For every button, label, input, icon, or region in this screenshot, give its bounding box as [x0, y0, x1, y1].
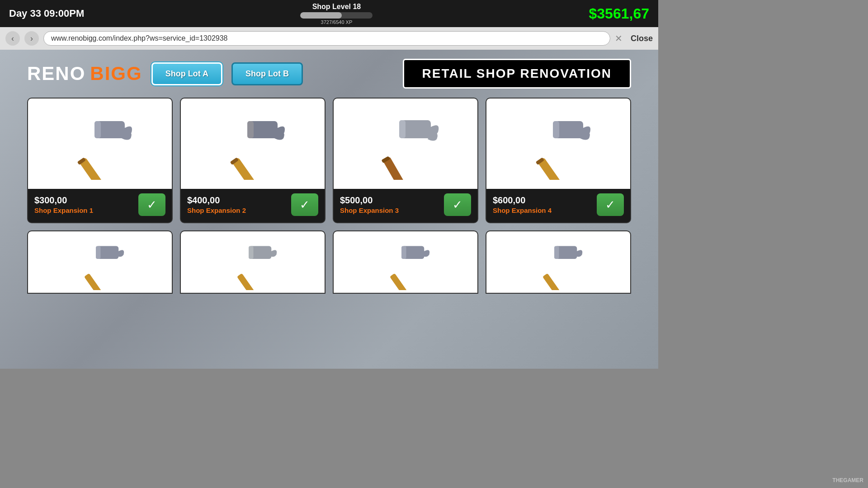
shop-lot-a-button[interactable]: Shop Lot A [151, 62, 222, 85]
product-details-3: $500,00 Shop Expansion 3 [340, 195, 399, 214]
top-bar: Day 33 09:00PM Shop Level 18 3727/6540 X… [0, 0, 658, 27]
product-image-7 [334, 231, 477, 294]
product-image-4 [486, 99, 630, 189]
svg-rect-6 [247, 121, 254, 138]
close-browser-button[interactable]: Close [631, 34, 653, 43]
main-content: RENO BIGG Shop Lot A Shop Lot B RETAIL S… [0, 50, 658, 369]
buy-button-4[interactable]: ✓ [597, 193, 624, 216]
logo-bigg: BIGG [90, 63, 142, 84]
hammer-icon-5 [73, 236, 127, 290]
svg-rect-24 [401, 246, 406, 259]
svg-rect-16 [84, 273, 102, 290]
money-display: $3561,67 [589, 5, 649, 22]
product-info-3: $500,00 Shop Expansion 3 ✓ [334, 189, 477, 222]
clear-url-button[interactable]: ✕ [615, 33, 623, 44]
shop-level-block: Shop Level 18 3727/6540 XP [300, 3, 373, 25]
shop-level-label: Shop Level 18 [312, 3, 361, 11]
product-card-1: $300,00 Shop Expansion 1 ✓ [27, 98, 173, 223]
svg-rect-10 [399, 120, 406, 138]
hammer-icon-8 [531, 236, 585, 290]
hammer-icon-7 [378, 236, 433, 290]
product-card-7 [333, 230, 478, 294]
product-image-1 [28, 99, 172, 189]
hammer-icon-6 [226, 236, 280, 290]
svg-rect-19 [237, 273, 255, 290]
product-name-2: Shop Expansion 2 [187, 206, 246, 214]
browser-bar: ‹ › ✕ Close [0, 27, 658, 50]
svg-rect-21 [249, 246, 254, 259]
product-name-3: Shop Expansion 3 [340, 206, 399, 214]
hammer-icon-3 [369, 108, 442, 180]
product-price-1: $300,00 [34, 195, 93, 206]
product-name-1: Shop Expansion 1 [34, 206, 93, 214]
hammer-icon-2 [217, 108, 289, 180]
product-price-2: $400,00 [187, 195, 246, 206]
svg-rect-14 [553, 121, 559, 138]
xp-bar-container [300, 12, 373, 19]
buy-button-2[interactable]: ✓ [291, 193, 318, 216]
buy-button-3[interactable]: ✓ [444, 193, 471, 216]
product-image-2 [181, 99, 325, 189]
buy-button-1[interactable]: ✓ [138, 193, 165, 216]
xp-text: 3727/6540 XP [321, 19, 353, 25]
forward-button[interactable]: › [24, 31, 39, 46]
svg-rect-22 [390, 273, 407, 290]
svg-rect-25 [542, 273, 560, 290]
svg-rect-2 [94, 121, 101, 138]
product-name-4: Shop Expansion 4 [493, 206, 552, 214]
logo: RENO BIGG [27, 63, 142, 84]
product-card-3: $500,00 Shop Expansion 3 ✓ [333, 98, 478, 223]
svg-rect-27 [554, 246, 559, 259]
product-card-6 [180, 230, 326, 294]
product-image-8 [486, 231, 630, 294]
retail-shop-title: RETAIL SHOP RENOVATION [403, 59, 631, 89]
product-card-8 [486, 230, 631, 294]
hammer-icon-1 [64, 108, 136, 180]
product-info-1: $300,00 Shop Expansion 1 ✓ [28, 189, 172, 222]
product-image-3 [334, 99, 477, 189]
shop-lot-b-button[interactable]: Shop Lot B [231, 62, 303, 85]
day-time: Day 33 09:00PM [9, 8, 84, 19]
product-card-4: $600,00 Shop Expansion 4 ✓ [486, 98, 631, 223]
product-details-4: $600,00 Shop Expansion 4 [493, 195, 552, 214]
product-card-2: $400,00 Shop Expansion 2 ✓ [180, 98, 326, 223]
product-image-5 [28, 231, 172, 294]
back-button[interactable]: ‹ [5, 31, 20, 46]
hammer-icon-4 [522, 108, 594, 180]
product-card-5 [27, 230, 173, 294]
product-info-2: $400,00 Shop Expansion 2 ✓ [181, 189, 325, 222]
product-price-4: $600,00 [493, 195, 552, 206]
product-image-6 [181, 231, 325, 294]
xp-bar-fill [300, 12, 341, 19]
product-info-4: $600,00 Shop Expansion 4 ✓ [486, 189, 630, 222]
header-row: RENO BIGG Shop Lot A Shop Lot B RETAIL S… [27, 59, 631, 89]
url-input[interactable] [43, 31, 610, 46]
svg-rect-18 [96, 246, 101, 259]
product-price-3: $500,00 [340, 195, 399, 206]
product-details-1: $300,00 Shop Expansion 1 [34, 195, 93, 214]
product-details-2: $400,00 Shop Expansion 2 [187, 195, 246, 214]
products-grid: $300,00 Shop Expansion 1 ✓ [27, 98, 631, 223]
logo-reno: RENO [27, 63, 85, 84]
products-grid-row2 [27, 230, 631, 294]
